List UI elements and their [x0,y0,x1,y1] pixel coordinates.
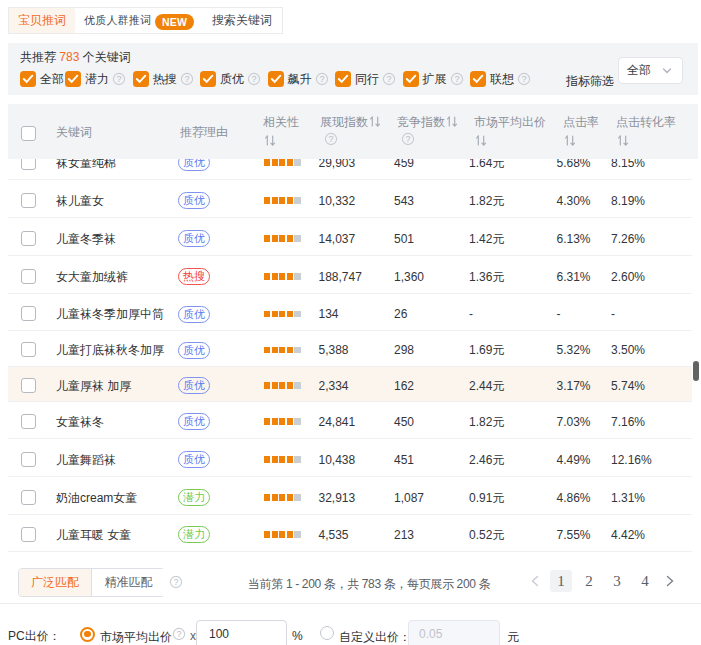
svg-text:?: ? [251,74,256,84]
svg-text:?: ? [454,74,459,84]
svg-text:?: ? [405,134,410,144]
svg-text:?: ? [176,629,181,639]
svg-text:?: ? [386,74,391,84]
svg-text:?: ? [328,134,333,144]
svg-text:?: ? [116,74,121,84]
svg-text:?: ? [173,577,178,587]
svg-text:?: ? [521,74,526,84]
svg-text:?: ? [184,74,189,84]
svg-text:?: ? [319,74,324,84]
